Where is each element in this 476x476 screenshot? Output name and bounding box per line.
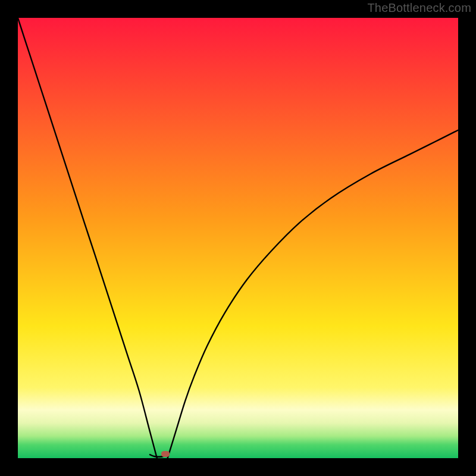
gradient-background bbox=[18, 18, 458, 458]
plot-area bbox=[18, 18, 458, 458]
optimum-marker bbox=[161, 451, 170, 457]
svg-rect-0 bbox=[18, 18, 458, 458]
watermark-text: TheBottleneck.com bbox=[367, 1, 471, 15]
chart-frame: TheBottleneck.com bbox=[0, 0, 476, 476]
